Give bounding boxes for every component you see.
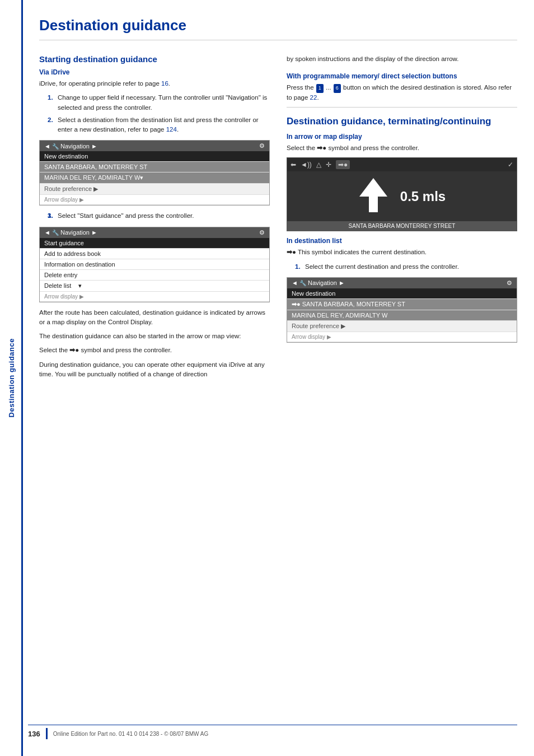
- nav-display: ⬅ ◄)) △ ✛ ➡● ✓: [287, 157, 517, 231]
- badge-1: 1: [316, 84, 324, 93]
- col-right-top: by spoken instructions and the display o…: [287, 54, 517, 64]
- step-2: Select a destination from the destinatio…: [48, 115, 270, 135]
- after-text-4: During destination guidance, you can ope…: [39, 360, 270, 380]
- via-idrive-text: iDrive, for operating principle refer to…: [39, 79, 270, 88]
- page-title: Destination guidance: [39, 17, 517, 40]
- nav-header-icon: ⚙: [259, 142, 265, 150]
- nav-header-2-icon: ⚙: [259, 229, 265, 236]
- nav-item-arrow-display-1[interactable]: Arrow display ▶: [40, 195, 269, 205]
- left-border-line: [21, 0, 23, 756]
- badge-6: 6: [334, 84, 341, 93]
- toolbar-sound-icon: ◄)): [301, 161, 312, 169]
- nav-menu-2: ◄ 🔧 Navigation ► ⚙ Start guidance Add to…: [39, 227, 270, 302]
- in-arrow-text: Select the ➡● symbol and press the contr…: [287, 143, 517, 153]
- toolbar-plus-icon: ✛: [326, 161, 331, 169]
- col-right: by spoken instructions and the display o…: [287, 54, 517, 384]
- nav-item-delete-list[interactable]: Delete list ▾: [40, 281, 269, 292]
- sidebar-label: Destination guidance: [7, 338, 16, 417]
- page-ref-16: 16: [161, 80, 168, 87]
- nav-item-santa-barbara[interactable]: SANTA BARBARA, MONTERREY ST: [40, 162, 269, 172]
- steps-list: Change to upper field if necessary. Turn…: [48, 93, 270, 134]
- section1-heading: Starting destination guidance: [39, 54, 270, 64]
- nav-menu-3-santa-barbara[interactable]: ➡● SANTA BARBARA, MONTERREY ST: [287, 299, 517, 310]
- svg-marker-0: [359, 178, 387, 212]
- nav-item-info-dest[interactable]: Information on destination: [40, 259, 269, 270]
- nav-header-3-label: ◄ 🔧 Navigation ►: [292, 279, 345, 286]
- nav-menu-1-header: ◄ 🔧 Navigation ► ⚙: [40, 141, 269, 151]
- nav-menu-1: ◄ 🔧 Navigation ► ⚙ New destination SANTA…: [39, 140, 270, 206]
- toolbar-check-icon: ✓: [508, 161, 513, 169]
- page-ref-124: 124: [166, 126, 177, 133]
- nav-item-add-address[interactable]: Add to address book: [40, 249, 269, 259]
- nav-header-arrows-left: ◄ 🔧 Navigation ►: [44, 143, 97, 150]
- footer-divider: [46, 728, 48, 739]
- nav-item-delete-entry[interactable]: Delete entry: [40, 270, 269, 281]
- nav-menu-3-new-dest[interactable]: New destination: [287, 288, 517, 299]
- nav-item-route-pref[interactable]: Route preference ▶: [40, 184, 269, 195]
- page-ref-22: 22: [310, 94, 317, 101]
- after-text-2: The destination guidance can also be sta…: [39, 332, 270, 341]
- nav-header-3-icon: ⚙: [507, 279, 512, 287]
- nav-menu-3-marina[interactable]: MARINA DEL REY, ADMIRALTY W: [287, 310, 517, 321]
- two-column-layout: Starting destination guidance Via iDrive…: [39, 54, 517, 384]
- after-text-1: After the route has been calculated, des…: [39, 308, 270, 328]
- distance-display: 0.5 mls: [400, 189, 446, 204]
- nav-header-2-label: ◄ 🔧 Navigation ►: [44, 229, 97, 236]
- in-dest-heading: In destination list: [287, 237, 517, 245]
- with-programmable-heading: With programmable memory/ direct selecti…: [287, 72, 517, 80]
- dest-step-list: Select the current destination and press…: [295, 262, 517, 272]
- nav-item-marina[interactable]: MARINA DEL REY, ADMIRALTY W▾: [40, 172, 269, 184]
- arrow-symbol-inline: ➡●: [69, 347, 79, 353]
- nav-item-new-dest[interactable]: New destination: [40, 151, 269, 162]
- nav-item-start-guidance[interactable]: Start guidance: [40, 238, 269, 249]
- step3-list: 3. Select "Start guidance" and press the…: [48, 211, 270, 221]
- step-3: 3. Select "Start guidance" and press the…: [48, 211, 270, 221]
- section-divider: [287, 107, 517, 108]
- sidebar: Destination guidance: [0, 0, 22, 756]
- toolbar-triangle-icon: △: [316, 161, 321, 169]
- after-text-3: Select the ➡● symbol and press the contr…: [39, 346, 270, 355]
- nav-menu-3-route-pref[interactable]: Route preference ▶: [287, 321, 517, 332]
- nav-arrow-up: [358, 177, 389, 216]
- nav-menu-3-arrow-display[interactable]: Arrow display ▶: [287, 332, 517, 342]
- up-arrow-svg: [358, 177, 389, 213]
- nav-display-footer: SANTA BARBARA MONTERREY STREET: [287, 221, 517, 231]
- nav-menu-3: ◄ 🔧 Navigation ► ⚙ New destination ➡● SA…: [287, 277, 517, 343]
- dest-arrow-symbol: ➡●: [287, 249, 296, 255]
- dest-symbol-text: ➡● This symbol indicates the current des…: [287, 248, 517, 257]
- dest-step-1: Select the current destination and press…: [295, 262, 517, 272]
- nav-menu-3-header: ◄ 🔧 Navigation ► ⚙: [287, 278, 517, 288]
- in-arrow-heading: In arrow or map display: [287, 133, 517, 141]
- arrow-symbol-arrow: ➡●: [317, 144, 326, 151]
- nav-display-body: 0.5 mls: [287, 171, 517, 221]
- nav-display-toolbar: ⬅ ◄)) △ ✛ ➡● ✓: [287, 158, 517, 171]
- page-number: 136: [28, 730, 40, 738]
- toolbar-back-icon: ⬅: [291, 161, 296, 169]
- main-content: Destination guidance Starting destinatio…: [28, 0, 534, 400]
- page-footer: 136 Online Edition for Part no. 01 41 0 …: [28, 725, 517, 739]
- footer-text: Online Edition for Part no. 01 41 0 014 …: [53, 731, 209, 737]
- via-idrive-heading: Via iDrive: [39, 68, 270, 76]
- nav-menu-2-header: ◄ 🔧 Navigation ► ⚙: [40, 227, 269, 238]
- distance-text: 0.5 mls: [400, 189, 446, 204]
- step-1: Change to upper field if necessary. Turn…: [48, 93, 270, 113]
- toolbar-arrow-dest-icon: ➡●: [336, 160, 350, 169]
- nav-item-arrow-display-2[interactable]: Arrow display ▶: [40, 292, 269, 302]
- with-programmable-text: Press the 1 ... 6 button on which the de…: [287, 83, 517, 102]
- section3-heading: Destination guidance, terminating/contin…: [287, 116, 517, 127]
- col-left: Starting destination guidance Via iDrive…: [39, 54, 270, 384]
